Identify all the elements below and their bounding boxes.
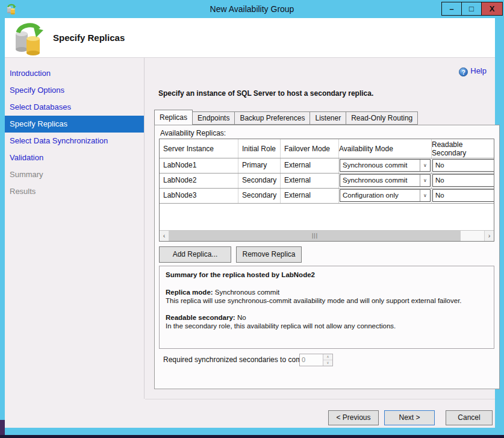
availability-replicas-label: Availability Replicas: — [160, 129, 226, 137]
required-secondaries-label: Required synchronized secondaries to com… — [163, 355, 311, 364]
stepper-down-icon[interactable]: ∨ — [323, 360, 332, 366]
horizontal-scrollbar[interactable]: ‹ ||| › — [160, 230, 494, 241]
cancel-button[interactable]: Cancel — [446, 410, 493, 425]
wizard-steps-sidebar: Introduction Specify Options Select Data… — [5, 58, 145, 399]
minimize-button[interactable]: – — [441, 2, 462, 16]
availability-mode-dropdown[interactable]: Configuration only ∨ — [340, 189, 431, 202]
sidebar-item-select-data-synchronization[interactable]: Select Data Synchronization — [5, 133, 144, 149]
readable-secondary-value: No — [237, 314, 246, 321]
readable-secondary-dropdown[interactable]: No ∨ — [432, 159, 494, 172]
remove-replica-button[interactable]: Remove Replica — [236, 246, 302, 263]
dialog-body: Specify Replicas Introduction Specify Op… — [5, 18, 495, 428]
table-row[interactable]: LabNode3 Secondary External Configuratio… — [160, 189, 494, 204]
tab-page-replicas: Availability Replicas: Server Instance I… — [154, 125, 500, 389]
footer-bar: < Previous Next > Cancel — [5, 399, 495, 428]
replica-summary-groupbox: Summary for the replica hosted by LabNod… — [159, 266, 494, 349]
replica-mode-line: Replica mode: Synchronous commit — [166, 288, 488, 296]
tab-replicas[interactable]: Replicas — [154, 110, 193, 125]
availability-replicas-grid[interactable]: Server Instance Initial Role Failover Mo… — [159, 139, 494, 242]
sidebar-item-validation[interactable]: Validation — [5, 149, 144, 166]
sidebar-item-specify-options[interactable]: Specify Options — [5, 82, 144, 99]
scroll-left-icon[interactable]: ‹ — [160, 231, 169, 241]
sidebar-item-introduction[interactable]: Introduction — [5, 65, 144, 82]
wizard-header: Specify Replicas — [5, 18, 495, 58]
cell-failover-mode[interactable]: External — [281, 174, 339, 188]
cell-server-instance[interactable]: LabNode3 — [160, 189, 238, 203]
next-button[interactable]: Next > — [384, 410, 435, 425]
wizard-step-list: Introduction Specify Options Select Data… — [5, 58, 144, 200]
replica-mode-value: Synchronous commit — [215, 289, 279, 296]
cell-failover-mode[interactable]: External — [281, 189, 339, 203]
instruction-text: Specify an instance of SQL Server to hos… — [158, 89, 373, 98]
help-icon: ? — [459, 67, 468, 77]
availability-mode-dropdown[interactable]: Synchronous commit ∨ — [340, 159, 431, 172]
scrollbar-thumb[interactable]: ||| — [169, 231, 461, 241]
readable-secondary-dropdown[interactable]: No ∨ — [432, 174, 494, 187]
sidebar-item-specify-replicas[interactable]: Specify Replicas — [5, 116, 144, 133]
close-button[interactable]: X — [481, 2, 503, 16]
col-header-availability-mode[interactable]: Availability Mode — [339, 139, 432, 158]
grid-header-row: Server Instance Initial Role Failover Mo… — [160, 139, 494, 158]
readable-secondary-label: Readable secondary: — [166, 314, 235, 321]
cell-initial-role: Secondary — [238, 189, 281, 203]
grid-empty-area — [160, 204, 494, 231]
table-row[interactable]: LabNode2 Secondary External Synchronous … — [160, 174, 494, 189]
tab-backup-preferences[interactable]: Backup Preferences — [235, 111, 310, 125]
readable-secondary-value: No — [433, 190, 494, 201]
desktop-corner — [0, 420, 5, 435]
maximize-button[interactable]: □ — [461, 2, 482, 16]
tab-read-only-routing[interactable]: Read-Only Routing — [346, 111, 418, 125]
window-title: New Availability Group — [0, 0, 504, 18]
add-replica-button[interactable]: Add Replica... — [159, 246, 231, 263]
readable-secondary-dropdown[interactable]: No ∨ — [432, 189, 494, 202]
desktop-edge — [0, 435, 504, 438]
previous-button[interactable]: < Previous — [328, 410, 379, 425]
titlebar[interactable]: New Availability Group – □ X — [0, 0, 504, 18]
chevron-down-icon[interactable]: ∨ — [420, 175, 430, 186]
tab-endpoints[interactable]: Endpoints — [193, 111, 235, 125]
readable-secondary-value: No — [433, 175, 494, 186]
scroll-right-icon[interactable]: › — [484, 231, 494, 241]
help-link[interactable]: ?Help — [459, 66, 487, 77]
cell-failover-mode[interactable]: External — [281, 158, 339, 173]
availability-mode-dropdown[interactable]: Synchronous commit ∨ — [340, 174, 431, 187]
sidebar-item-summary: Summary — [5, 166, 144, 183]
col-header-initial-role[interactable]: Initial Role — [238, 139, 281, 158]
db-sync-icon — [12, 22, 46, 55]
required-secondaries-stepper[interactable]: 0 ∧ ∨ — [299, 354, 333, 366]
sidebar-item-results: Results — [5, 183, 144, 200]
chevron-down-icon[interactable]: ∨ — [420, 190, 430, 201]
required-secondaries-value[interactable]: 0 — [300, 354, 323, 366]
replica-mode-label: Replica mode: — [166, 289, 213, 296]
readable-secondary-value: No — [433, 160, 494, 171]
availability-mode-value: Configuration only — [340, 190, 420, 201]
chevron-down-icon[interactable]: ∨ — [420, 160, 430, 171]
tab-strip: ReplicasEndpointsBackup PreferencesListe… — [154, 111, 418, 125]
sidebar-item-select-databases[interactable]: Select Databases — [5, 99, 144, 116]
col-header-server-instance[interactable]: Server Instance — [160, 139, 238, 158]
wizard-content: ?Help Specify an instance of SQL Server … — [145, 58, 495, 399]
table-row[interactable]: LabNode1 Primary External Synchronous co… — [160, 158, 494, 174]
readable-secondary-line: Readable secondary: No — [166, 313, 488, 322]
readable-secondary-description: In the secondary role, this availability… — [166, 322, 488, 330]
help-label: Help — [470, 66, 487, 75]
summary-title: Summary for the replica hosted by LabNod… — [166, 271, 488, 279]
cell-initial-role: Primary — [238, 158, 281, 173]
cell-server-instance[interactable]: LabNode2 — [160, 174, 238, 188]
page-title: Specify Replicas — [53, 33, 125, 43]
cell-initial-role: Secondary — [238, 174, 281, 188]
col-header-failover-mode[interactable]: Failover Mode — [281, 139, 339, 158]
stepper-arrows: ∧ ∨ — [323, 354, 332, 366]
stepper-up-icon[interactable]: ∧ — [323, 354, 332, 360]
scrollbar-track[interactable] — [461, 231, 484, 241]
availability-mode-value: Synchronous commit — [340, 175, 420, 186]
cell-server-instance[interactable]: LabNode1 — [160, 158, 238, 173]
availability-mode-value: Synchronous commit — [340, 160, 420, 171]
tab-listener[interactable]: Listener — [310, 111, 346, 125]
col-header-readable-secondary[interactable]: Readable Secondary — [432, 139, 494, 158]
replica-mode-description: This replica will use synchronous-commit… — [166, 296, 488, 305]
